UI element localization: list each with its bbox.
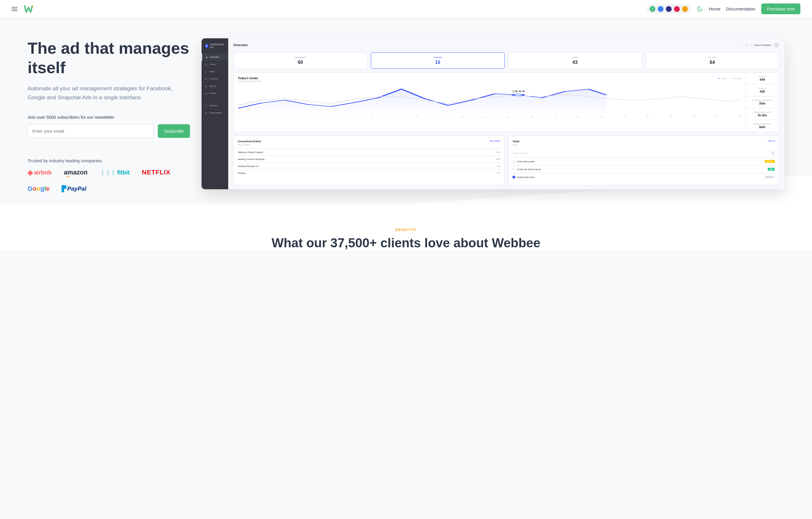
theme-color-picker: ✓ [647, 4, 691, 13]
purchase-button[interactable]: Purchase now [761, 3, 801, 14]
dash-title: Overview [233, 43, 248, 47]
site-header: ✓ Home Documentation Purchase now [0, 0, 812, 18]
status-badge: URGENT [765, 160, 775, 163]
stat-onhold[interactable]: On hold64 [645, 52, 780, 69]
dark-mode-icon[interactable] [697, 6, 703, 12]
task-create[interactable]: Create new task+ [513, 148, 775, 157]
hero-title: The ad that manages itself [28, 38, 190, 77]
logo-paypal: PayPal [62, 185, 86, 193]
color-dot-green[interactable]: ✓ [649, 6, 656, 12]
subscribe-form: Subscribe [28, 124, 190, 138]
line-chart: 38 [238, 83, 741, 115]
benefits-eyebrow: BENEFITS [11, 227, 801, 232]
ticket-row: Waiting on Feature Request4238 [238, 148, 500, 156]
email-input[interactable] [28, 124, 154, 138]
chart-x-axis: 012345678910111213141516171819202122 [238, 116, 741, 117]
metric-received: Received426 [746, 84, 779, 97]
color-dot-indigo[interactable] [666, 6, 672, 12]
logo[interactable] [23, 4, 34, 14]
subscribe-button[interactable]: Subscribe [158, 124, 190, 138]
metric-sla: Resolution within SLA94% [746, 120, 779, 132]
search-icon[interactable]: ⌕ [742, 44, 743, 47]
dash-brand: D Dashboard Kit [202, 43, 228, 53]
unresolved-link[interactable]: View details [490, 140, 500, 142]
dash-header: Overview ⌕ ◉ Jones Ferdinand [233, 43, 779, 48]
avatar[interactable] [774, 43, 779, 48]
status-badge: DEFAULT [764, 175, 775, 179]
dash-username: Jones Ferdinand [754, 44, 771, 47]
hero-section: The ad that manages itself Automate all … [0, 18, 812, 204]
trends-metrics: Resolved449 Received426 Average first re… [745, 73, 779, 132]
status-badge: NEW [767, 168, 775, 171]
menu-icon[interactable] [11, 7, 18, 11]
task-row: Finish ticket updateURGENT [513, 157, 775, 165]
svg-point-1 [513, 94, 524, 96]
dash-nav-overview[interactable]: ◉Overview [202, 53, 228, 61]
dash-nav-subscription[interactable]: ◉Subscription [202, 109, 228, 116]
metric-first-response: Average first response time33m [746, 97, 779, 108]
color-dot-blue[interactable] [658, 6, 664, 12]
tasks-card: Tasks View all Today Create new task+ Fi… [508, 136, 779, 185]
trends-chart-area: Today's trends as of 25 May 2019, 09:41 … [234, 73, 745, 132]
header-right: ✓ Home Documentation Purchase now [647, 3, 801, 14]
ticket-row: Pending281 [238, 169, 500, 176]
hero-content: The ad that manages itself Automate all … [28, 38, 190, 193]
dash-nav-articles[interactable]: ▤Articles [202, 90, 228, 97]
metric-resolved: Resolved449 [746, 73, 779, 84]
dash-nav-settings[interactable]: ⚙Settings [202, 102, 228, 109]
dash-sidebar: D Dashboard Kit ◉Overview ▤Tickets ◈Idea… [202, 38, 228, 189]
hero-mockup: D Dashboard Kit ◉Overview ▤Tickets ◈Idea… [202, 38, 784, 189]
task-row: Update ticket reportDEFAULT [513, 173, 775, 181]
logo-amazon: amazon [64, 168, 88, 176]
dash-header-right: ⌕ ◉ Jones Ferdinand [742, 43, 779, 48]
color-dot-rose[interactable] [674, 6, 680, 12]
tasks-title: Tasks [513, 140, 520, 143]
trends-subtitle: as of 25 May 2019, 09:41 PM [238, 80, 741, 82]
newsletter-label: Join over 5000 subscribers for our newsl… [28, 115, 190, 119]
task-checkbox[interactable] [513, 175, 515, 179]
benefits-title: What our 37,500+ clients love about Webb… [11, 236, 801, 251]
dash-brand-text: Dashboard Kit [210, 43, 225, 49]
ticket-row: Awaiting Developer Fix914 [238, 163, 500, 169]
stat-unresolved[interactable]: Unresolved60 [233, 52, 368, 69]
nav-docs[interactable]: Documentation [726, 6, 755, 11]
logo-netflix: NETFLIX [142, 168, 171, 176]
dash-nav-ideas[interactable]: ◈Ideas [202, 68, 228, 75]
task-checkbox[interactable] [513, 168, 515, 171]
unresolved-sub: Group: Support [238, 144, 500, 146]
benefits-section: BENEFITS What our 37,500+ clients love a… [0, 204, 812, 251]
nav-home[interactable]: Home [709, 6, 720, 11]
stat-overdue[interactable]: Overdue16 [371, 52, 505, 69]
company-logos: airbnb amazon fitbit NETFLIX Google PayP… [28, 168, 190, 193]
unresolved-title: Unresolved tickets [238, 140, 261, 143]
metric-response-time: Average response time3h 8m [746, 108, 779, 120]
color-dot-amber[interactable] [682, 6, 688, 12]
dash-nav: ◉Overview ▤Tickets ◈Ideas ◉Contacts ◉Age… [202, 53, 228, 116]
logo-airbnb: airbnb [28, 168, 52, 176]
task-checkbox[interactable] [513, 160, 515, 163]
dash-main: Overview ⌕ ◉ Jones Ferdinand Unresolved6… [228, 38, 784, 189]
bottom-row: Unresolved tickets View details Group: S… [233, 136, 779, 185]
dashboard-mockup: D Dashboard Kit ◉Overview ▤Tickets ◈Idea… [202, 38, 784, 189]
stat-open[interactable]: Open43 [508, 52, 642, 69]
dash-nav-agents[interactable]: ◉Agents [202, 82, 228, 90]
svg-text:38: 38 [511, 90, 525, 92]
trends-legend: Today Yesterday [238, 78, 741, 79]
stats-row: Unresolved60 Overdue16 Open43 On hold64 [233, 52, 779, 69]
plus-icon[interactable]: + [771, 151, 775, 155]
trends-card: Today's trends as of 25 May 2019, 09:41 … [233, 72, 779, 132]
ticket-row: Awaiting Customer Response1005 [238, 156, 500, 163]
unresolved-card: Unresolved tickets View details Group: S… [233, 136, 504, 185]
trusted-label: Trusted by industry leading companies [28, 158, 190, 163]
task-row: Create new ticket exampleNEW [513, 165, 775, 173]
svg-point-0 [32, 5, 33, 6]
logo-fitbit: fitbit [100, 168, 129, 176]
dash-nav-contacts[interactable]: ◉Contacts [202, 75, 228, 82]
tasks-link[interactable]: View all [768, 140, 775, 142]
header-left [11, 4, 34, 14]
logo-google: Google [28, 185, 50, 193]
bell-icon[interactable]: ◉ [746, 44, 748, 47]
dash-nav-tickets[interactable]: ▤Tickets [202, 61, 228, 68]
hero-subtitle: Automate all your ad management strategi… [28, 84, 190, 102]
dash-brand-icon: D [205, 44, 208, 48]
